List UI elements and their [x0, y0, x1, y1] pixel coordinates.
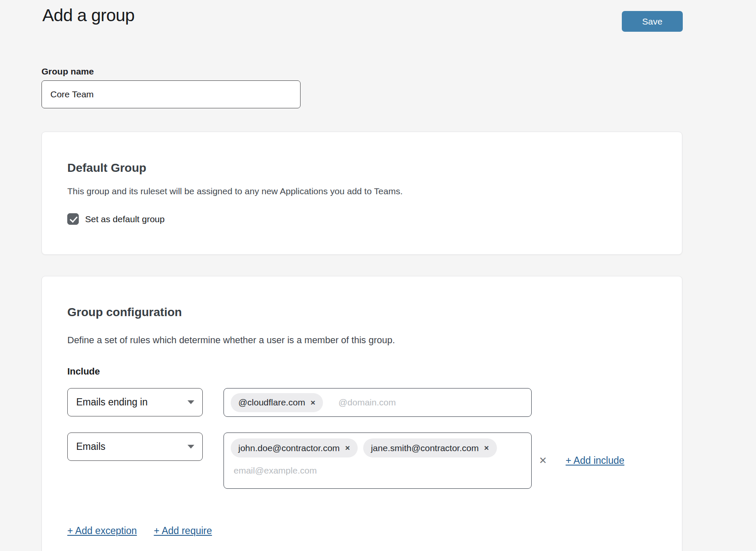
include-rule-row: Emails john.doe@contractor.com ✕ jane.sm… [67, 433, 657, 489]
group-configuration-card: Group configuration Define a set of rule… [41, 276, 682, 551]
remove-tag-icon[interactable]: ✕ [484, 445, 489, 451]
tag-pill: @cloudflare.com ✕ [231, 393, 323, 412]
rule-type-selected-value: Emails ending in [76, 397, 148, 408]
group-name-input[interactable] [41, 80, 301, 108]
save-button[interactable]: Save [622, 11, 683, 32]
add-require-link[interactable]: + Add require [154, 525, 212, 537]
email-entry-input[interactable] [234, 466, 420, 476]
default-group-card: Default Group This group and its ruleset… [41, 132, 682, 255]
chevron-down-icon [188, 445, 194, 449]
tag-pill-label: john.doe@contractor.com [238, 443, 340, 453]
default-group-checkbox-row: Set as default group [67, 213, 657, 225]
default-group-description: This group and its ruleset will be assig… [67, 186, 657, 196]
rule-type-select-emails-ending-in[interactable]: Emails ending in [67, 388, 203, 416]
tag-pill: john.doe@contractor.com ✕ [231, 438, 358, 457]
group-configuration-description: Define a set of rules which determine wh… [67, 335, 657, 346]
default-group-title: Default Group [67, 161, 657, 175]
tag-pill: jane.smith@contractor.com ✕ [363, 438, 497, 457]
remove-tag-icon[interactable]: ✕ [310, 399, 316, 406]
tag-pill-label: jane.smith@contractor.com [371, 443, 479, 453]
domain-entry-input[interactable] [338, 397, 524, 408]
add-exception-link[interactable]: + Add exception [67, 525, 137, 537]
page-container: Add a group Save Group name Default Grou… [41, 6, 682, 551]
chevron-down-icon [188, 400, 194, 404]
remove-rule-icon[interactable]: ✕ [539, 456, 547, 466]
rule-type-select-emails[interactable]: Emails [67, 433, 203, 461]
add-include-link[interactable]: + Add include [566, 455, 624, 466]
domains-tag-input[interactable]: @cloudflare.com ✕ [223, 388, 532, 417]
group-name-label: Group name [41, 66, 682, 77]
checkbox-label: Set as default group [85, 214, 165, 224]
include-rule-row: Emails ending in @cloudflare.com ✕ [67, 388, 657, 417]
rule-links-row: + Add exception + Add require [67, 525, 657, 537]
group-configuration-title: Group configuration [67, 306, 657, 319]
remove-tag-icon[interactable]: ✕ [345, 445, 350, 451]
page-title: Add a group [42, 6, 682, 25]
tag-pill-label: @cloudflare.com [238, 397, 305, 408]
rule-type-selected-value: Emails [76, 441, 105, 452]
emails-tag-input[interactable]: john.doe@contractor.com ✕ jane.smith@con… [223, 433, 532, 489]
include-label: Include [67, 366, 657, 377]
checkbox-checked-icon[interactable] [67, 213, 79, 225]
